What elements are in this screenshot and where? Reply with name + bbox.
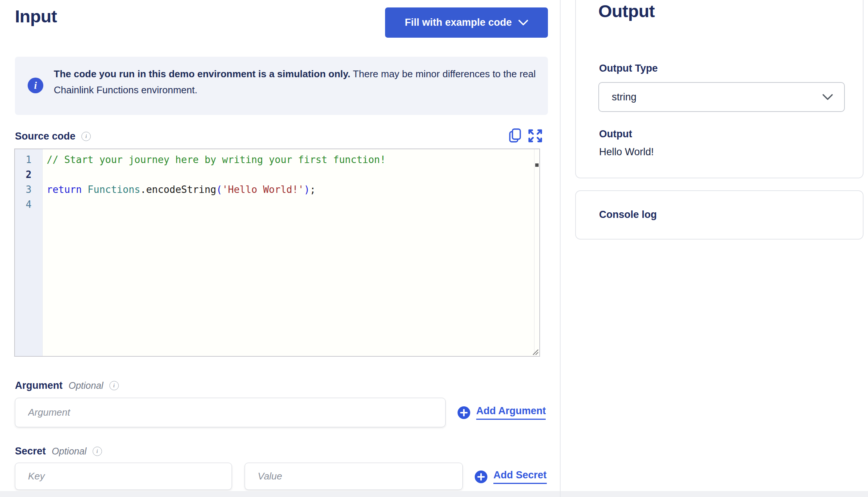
- console-log-card: Console log: [575, 190, 864, 240]
- output-type-label: Output Type: [599, 63, 658, 74]
- source-code-info-icon[interactable]: i: [81, 132, 91, 141]
- secret-value-input[interactable]: [245, 463, 463, 490]
- line-number: 4: [15, 197, 42, 212]
- info-icon: i: [28, 78, 43, 93]
- code-line[interactable]: [47, 167, 534, 182]
- editor-scrollbar[interactable]: [534, 149, 539, 356]
- output-type-select[interactable]: string: [598, 82, 845, 112]
- secret-label: Secret: [15, 446, 46, 457]
- functions-playground: Input Fill with example code i The code …: [0, 0, 868, 497]
- output-value: Hello World!: [599, 146, 654, 158]
- argument-label: Argument: [15, 380, 63, 391]
- plus-circle-icon: [457, 406, 471, 419]
- secret-info-icon[interactable]: i: [93, 447, 102, 456]
- argument-label-row: Argument Optional i: [15, 380, 119, 391]
- fill-with-example-code-button[interactable]: Fill with example code: [385, 7, 548, 38]
- output-type-selected-value: string: [612, 91, 636, 103]
- fill-button-label: Fill with example code: [405, 17, 512, 28]
- secret-key-input[interactable]: [15, 463, 232, 490]
- expand-editor-button[interactable]: [527, 128, 543, 144]
- panel-divider: [560, 0, 561, 497]
- argument-input[interactable]: [15, 398, 446, 427]
- code-line[interactable]: return Functions.encodeString('Hello Wor…: [47, 182, 534, 197]
- source-code-label: Source code: [15, 131, 75, 142]
- code-line[interactable]: [47, 197, 534, 212]
- copy-icon: [508, 128, 522, 143]
- add-argument-button[interactable]: Add Argument: [457, 405, 546, 420]
- add-secret-label: Add Secret: [493, 469, 547, 484]
- chevron-down-icon: [518, 20, 528, 26]
- editor-gutter: 1234: [15, 149, 43, 356]
- simulation-notice-banner: i The code you run in this demo environm…: [15, 57, 548, 115]
- output-card: Output Output Type string Output Hello W…: [575, 0, 864, 178]
- secret-optional-label: Optional: [52, 446, 87, 457]
- input-panel-title: Input: [15, 6, 57, 26]
- add-argument-label: Add Argument: [476, 405, 546, 420]
- line-number: 3: [15, 182, 42, 197]
- editor-code[interactable]: // Start your journey here by writing yo…: [43, 149, 534, 356]
- line-number: 2: [15, 167, 42, 182]
- editor-scrollbar-thumb[interactable]: [535, 163, 539, 167]
- banner-text: The code you run in this demo environmen…: [54, 66, 540, 98]
- resize-handle-icon[interactable]: [531, 348, 539, 356]
- copy-code-button[interactable]: [508, 128, 522, 144]
- secret-label-row: Secret Optional i: [15, 446, 102, 457]
- output-label: Output: [599, 128, 632, 140]
- plus-circle-icon: [474, 470, 488, 484]
- argument-info-icon[interactable]: i: [109, 381, 119, 390]
- code-editor[interactable]: 1234 // Start your journey here by writi…: [14, 149, 540, 357]
- output-panel-title: Output: [598, 1, 655, 21]
- expand-icon: [527, 128, 543, 143]
- console-log-label: Console log: [599, 209, 657, 221]
- line-number: 1: [15, 152, 42, 167]
- argument-optional-label: Optional: [69, 380, 103, 391]
- chevron-down-icon: [822, 94, 833, 100]
- page-footer-strip: [0, 491, 868, 497]
- banner-text-bold: The code you run in this demo environmen…: [54, 68, 350, 79]
- add-secret-button[interactable]: Add Secret: [474, 469, 547, 484]
- source-code-label-row: Source code i: [15, 131, 91, 142]
- code-line[interactable]: // Start your journey here by writing yo…: [47, 152, 534, 167]
